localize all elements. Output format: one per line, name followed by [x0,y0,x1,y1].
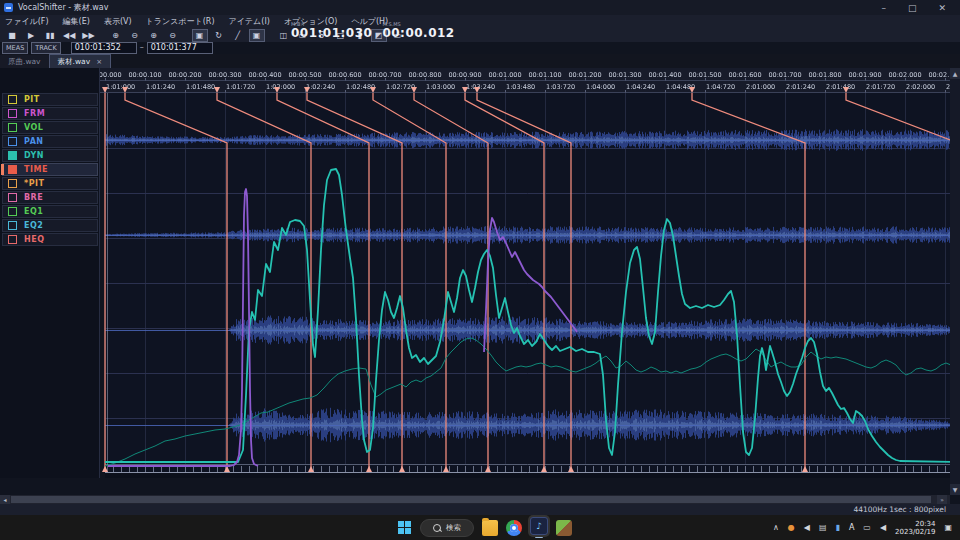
notification-bell-icon[interactable]: ▣ [944,523,952,532]
system-tray: 20:34 2023/02/19 ▣ ∧●◀▤▮A▭◀ [773,520,960,536]
volume-icon[interactable]: ◀ [880,523,886,532]
menu-item-1[interactable]: 編集(E) [63,16,90,27]
param-button-PIT[interactable]: PIT [2,93,98,106]
item-view-icon[interactable]: ◫ [276,29,292,42]
taskbar-clock[interactable]: 20:34 2023/02/19 [895,520,935,536]
speaker-icon[interactable]: ◀ [804,523,810,532]
chrome-icon [506,520,522,536]
search-icon [433,524,441,532]
play-icon[interactable]: ▶ [23,29,39,42]
param-button-HEQ[interactable]: HEQ [2,233,98,246]
param-checkbox[interactable] [8,193,17,202]
display-icon[interactable]: ▭ [863,523,871,532]
param-checkbox[interactable] [8,137,17,146]
param-label: EQ1 [24,207,43,216]
taskbar-app-game[interactable] [556,520,572,536]
taskbar-app-file-explorer[interactable] [482,520,498,536]
msms-value: 00:00.012 [382,27,454,39]
param-checkbox[interactable] [8,165,17,174]
waveform-editor-canvas[interactable] [100,68,950,478]
app-icon [4,3,13,12]
taskbar-app-chrome[interactable] [506,520,522,536]
tab-close-icon[interactable]: × [96,58,102,66]
zoom-in-vertical-icon[interactable]: ⊕ [146,29,162,42]
clock-time: 20:34 [895,520,935,528]
document-tabs: 原曲.wav素材.wav× [0,54,960,68]
param-checkbox[interactable] [8,123,17,132]
close-button[interactable]: ✕ [938,3,946,13]
param-checkbox[interactable] [8,151,17,160]
param-button-DYN[interactable]: DYN [2,149,98,162]
param-checkbox[interactable] [8,207,17,216]
scroll-up-arrow[interactable]: ▲ [950,68,960,79]
folder-icon [482,520,498,536]
range-bar: MEAS TRACK 010:01:352 – 010:01:377 [2,41,213,54]
range-dash: – [140,43,144,52]
windows-taskbar: 検索 ♪ 20:34 2023/02/19 ▣ ∧●◀▤▮A▭◀ [0,515,960,540]
maximize-button[interactable]: □ [908,3,917,13]
menu-item-2[interactable]: 表示(V) [104,16,132,27]
sample-rate-zoom-status: 44100Hz 1sec : 800pixel [853,505,960,514]
param-button-TIME[interactable]: TIME [2,163,98,176]
param-button-FRM[interactable]: FRM [2,107,98,120]
tray-app-icon[interactable]: ● [788,523,795,532]
loop-playback-icon[interactable]: ↻ [211,29,227,42]
taskbar-search[interactable]: 検索 [420,519,474,537]
fast-forward-icon[interactable]: ▶▶ [80,29,96,42]
tab-label: 素材.wav [58,57,91,67]
ime-mode[interactable]: A [849,523,854,532]
param-button-BRE[interactable]: BRE [2,191,98,204]
hidden-icons-chevron[interactable]: ∧ [773,523,779,532]
rewind-icon[interactable]: ◀◀ [61,29,77,42]
meas-button[interactable]: MEAS [2,42,28,54]
menu-item-4[interactable]: アイテム(I) [229,16,270,27]
window-title: VocalShifter - 素材.wav [18,2,108,13]
scroll-left-arrow[interactable]: ◂ [0,495,10,504]
taskbar-app-vocalshifter[interactable]: ♪ [530,517,548,538]
param-button-PAN[interactable]: PAN [2,135,98,148]
keyboard-icon[interactable]: ▤ [819,523,827,532]
minimize-button[interactable]: – [881,3,886,13]
clock-date: 2023/02/19 [895,528,935,536]
param-label: PIT [24,95,40,104]
range-end-field[interactable]: 010:01:377 [147,42,213,54]
mbt-value: 001:01:030 [291,27,372,39]
param-checkbox[interactable] [8,235,17,244]
horizontal-scrollbar[interactable]: ◂ » [0,495,950,504]
menu-item-0[interactable]: ファイル(F) [5,16,49,27]
start-button[interactable] [398,521,412,535]
param-label: *PIT [24,179,44,188]
param-checkbox[interactable] [8,179,17,188]
range-start-field[interactable]: 010:01:352 [71,42,137,54]
param-button-VOL[interactable]: VOL [2,121,98,134]
menu-item-3[interactable]: トランスポート(R) [146,16,215,27]
zoom-out-vertical-icon[interactable]: ⊖ [165,29,181,42]
param-label: VOL [24,123,43,132]
tab-素材.wav[interactable]: 素材.wav× [49,54,111,68]
param-checkbox[interactable] [8,109,17,118]
param-label: BRE [24,193,43,202]
track-button[interactable]: TRACK [31,42,60,54]
zoom-in-horizontal-icon[interactable]: ⊕ [108,29,124,42]
item-edit-icon[interactable]: ▣ [249,29,265,42]
tab-原曲.wav[interactable]: 原曲.wav [0,55,49,68]
game-app-icon [556,520,572,536]
active-app-indicator [535,536,543,538]
param-button-EQ2[interactable]: EQ2 [2,219,98,232]
scroll-right-arrow[interactable]: » [937,495,947,504]
pen-tool-icon[interactable]: ╱ [230,29,246,42]
param-checkbox[interactable] [8,221,17,230]
param-checkbox[interactable] [8,95,17,104]
param-button-PIT[interactable]: *PIT [2,177,98,190]
microphone-icon[interactable]: ▮ [835,523,839,532]
zoom-out-horizontal-icon[interactable]: ⊖ [127,29,143,42]
stop-icon[interactable]: ■ [4,29,20,42]
param-button-EQ1[interactable]: EQ1 [2,205,98,218]
param-label: DYN [24,151,44,160]
parameter-sidebar: PITFRMVOLPANDYNTIME*PITBREEQ1EQ2HEQ [0,68,100,478]
select-tool-icon[interactable]: ▣ [192,29,208,42]
vertical-scrollbar[interactable]: ▲ ▼ [950,68,960,495]
pause-icon[interactable]: ▮▮ [42,29,58,42]
scroll-down-arrow[interactable]: ▼ [950,484,960,495]
horizontal-scroll-thumb[interactable] [11,496,931,503]
